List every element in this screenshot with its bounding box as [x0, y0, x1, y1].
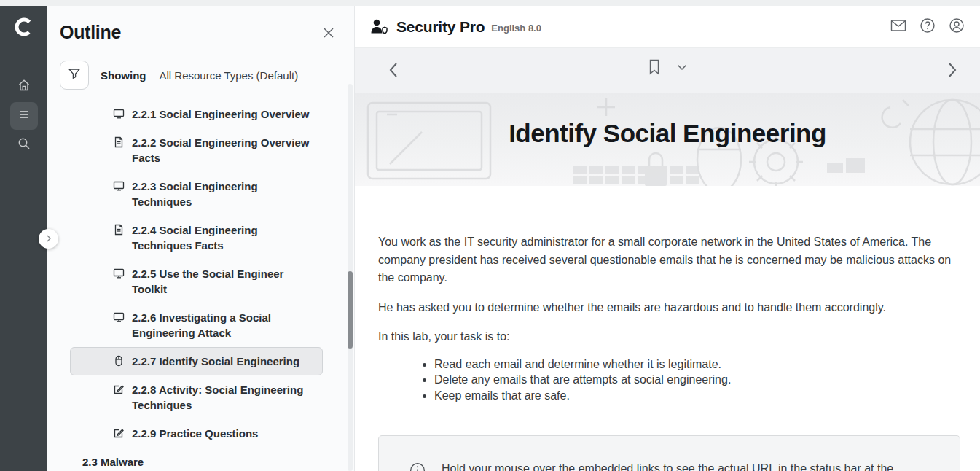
outline-item[interactable]: 2.2.3 Social Engineering Techniques [70, 172, 323, 216]
next-lesson-button[interactable] [947, 61, 957, 79]
outline-item[interactable]: 2.2.6 Investigating a Social Engineering… [70, 303, 323, 347]
outline-item[interactable]: 2.2.8 Activity: Social Engineering Techn… [70, 375, 323, 419]
filter-showing-label: Showing [101, 69, 146, 82]
lesson-navbar [355, 48, 980, 93]
lesson-content: You work as the IT security administrato… [355, 186, 980, 471]
help-icon [920, 17, 936, 36]
monitor-icon [113, 179, 125, 192]
task-item: Read each email and determine whether it… [434, 357, 960, 373]
home-button[interactable] [10, 73, 38, 101]
course-header: Security Pro English 8.0 [355, 6, 980, 48]
task-list: Read each email and determine whether it… [378, 357, 960, 404]
monitor-icon [113, 266, 125, 279]
mail-icon [890, 19, 906, 35]
course-title: Security Pro [396, 18, 485, 36]
outline-item[interactable]: 2.2.4 Social Engineering Techniques Fact… [70, 216, 323, 260]
outline-section-header[interactable]: 2.3 Malware [70, 448, 323, 471]
app-window: Outline Showing All Resource Types (Defa… [0, 0, 980, 471]
outline-item-label: 2.2.1 Social Engineering Overview [132, 106, 309, 122]
edit-icon [113, 426, 125, 439]
monitor-icon [113, 106, 125, 120]
info-note: Hold your mouse over the embedded links … [378, 435, 960, 471]
bookmark-button[interactable] [648, 59, 661, 75]
brand-logo-icon [13, 16, 35, 41]
account-button[interactable] [942, 12, 971, 42]
filter-button[interactable] [60, 61, 89, 90]
home-icon [17, 78, 31, 96]
help-button[interactable] [913, 12, 942, 42]
security-pro-logo-icon [369, 17, 389, 36]
search-icon [17, 136, 31, 154]
task-item: Keep emails that are safe. [434, 388, 960, 404]
outline-item-label: 2.2.3 Social Engineering Techniques [132, 179, 313, 209]
outline-title: Outline [60, 22, 121, 43]
edit-icon [113, 382, 125, 395]
outline-item-label: 2.2.8 Activity: Social Engineering Techn… [132, 382, 313, 413]
filter-funnel-icon [68, 67, 81, 83]
main-area: Security Pro English 8.0 [354, 6, 980, 471]
document-icon [113, 135, 125, 148]
outline-scrollbar-thumb[interactable] [348, 271, 353, 349]
search-button[interactable] [10, 131, 38, 159]
info-icon [409, 462, 426, 471]
outline-item-label: 2.2.7 Identify Social Engineering [132, 354, 299, 369]
outline-item-label: 2.2.9 Practice Questions [132, 426, 258, 441]
messages-button[interactable] [884, 12, 913, 42]
document-icon [113, 222, 125, 236]
top-strip [0, 0, 980, 6]
mouse-icon [113, 354, 125, 367]
scenario-paragraph: You work as the IT security administrato… [378, 233, 960, 287]
close-outline-button[interactable] [322, 26, 335, 39]
outline-item-selected[interactable]: 2.2.7 Identify Social Engineering [70, 347, 323, 375]
monitor-icon [113, 310, 125, 323]
task-item: Delete any emails that are attempts at s… [434, 372, 960, 388]
outline-item-label: 2.2.5 Use the Social Engineer Toolkit [132, 266, 313, 297]
outline-item[interactable]: 2.2.2 Social Engineering Overview Facts [70, 128, 323, 172]
bookmark-menu-button[interactable] [677, 64, 687, 71]
close-icon [322, 29, 335, 42]
outline-panel: Outline Showing All Resource Types (Defa… [47, 6, 354, 471]
outline-item[interactable]: 2.2.9 Practice Questions [70, 419, 323, 448]
info-note-text: Hold your mouse over the embedded links … [442, 460, 930, 471]
task-intro: In this lab, your task is to: [378, 328, 960, 346]
filter-value[interactable]: All Resource Types (Default) [160, 69, 299, 82]
collapse-panel-button[interactable] [39, 229, 58, 249]
profile-icon [949, 17, 965, 36]
outline-item-label: 2.2.2 Social Engineering Overview Facts [132, 135, 313, 166]
chevron-right-icon [45, 233, 52, 244]
previous-lesson-button[interactable] [388, 61, 399, 79]
outline-item[interactable]: 2.2.1 Social Engineering Overview [70, 100, 323, 128]
outline-item-label: 2.2.6 Investigating a Social Engineering… [132, 310, 313, 340]
page-title: Identify Social Engineering [355, 119, 980, 148]
scenario-paragraph: He has asked you to determine whether th… [378, 299, 960, 317]
outline-item[interactable]: 2.2.5 Use the Social Engineer Toolkit [70, 260, 323, 303]
outline-list: 2.2.1 Social Engineering Overview 2.2.2 … [47, 100, 354, 471]
outline-item-label: 2.2.4 Social Engineering Techniques Fact… [132, 222, 313, 253]
outline-button[interactable] [10, 102, 38, 130]
outline-section-label: 2.3 Malware [82, 454, 144, 470]
menu-icon [17, 107, 31, 125]
course-edition: English 8.0 [491, 23, 541, 34]
lesson-banner: Identify Social Engineering [355, 93, 980, 186]
